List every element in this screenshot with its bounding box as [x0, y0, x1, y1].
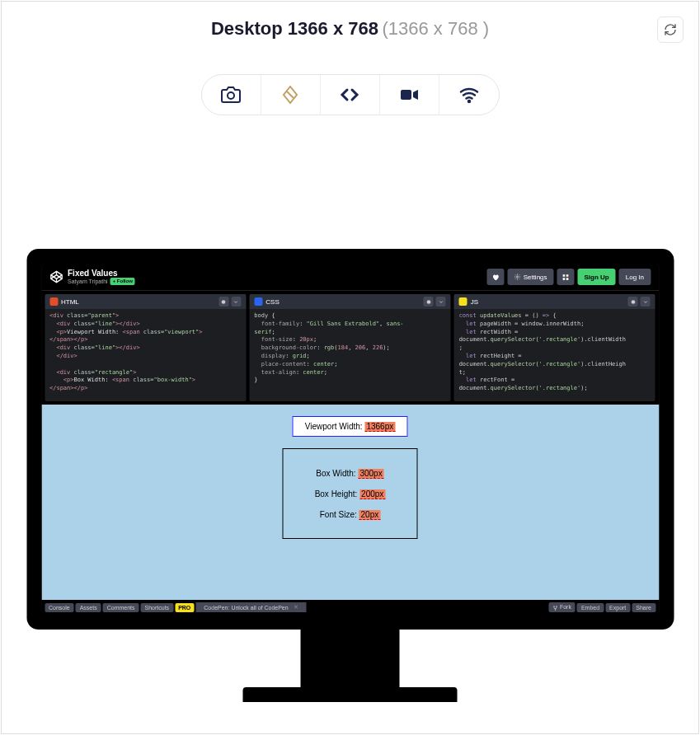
box-height-value: 200px [359, 489, 385, 499]
wifi-icon [458, 85, 480, 105]
login-label: Log In [626, 274, 644, 281]
svg-rect-13 [563, 274, 566, 277]
pro-badge[interactable]: PRO [175, 603, 194, 612]
export-button[interactable]: Export [605, 603, 630, 612]
heart-icon [492, 274, 500, 281]
settings-button[interactable]: Settings [508, 269, 554, 285]
codepen-footer: Console Assets Comments Shortcuts PRO Co… [41, 600, 659, 615]
monitor-base [243, 687, 458, 702]
svg-point-18 [426, 300, 430, 304]
css-badge-icon [254, 297, 262, 306]
rotate-button[interactable] [261, 75, 321, 115]
comments-tab[interactable]: Comments [103, 603, 139, 612]
pen-author[interactable]: Satyam Tripathi [68, 279, 108, 285]
signup-label: Sign Up [585, 274, 609, 281]
footer-left: Console Assets Comments Shortcuts PRO Co… [45, 602, 307, 612]
html-panel-header: HTML [45, 294, 246, 309]
gear-icon [514, 274, 521, 280]
css-code-editor[interactable]: body { font-family: "Gill Sans Extrabold… [249, 309, 450, 388]
css-dropdown-button[interactable] [436, 297, 446, 307]
codepen-header: Fixed Values Satyam Tripathi + Follow [41, 264, 659, 291]
svg-point-12 [517, 276, 519, 278]
viewport-width-label: Viewport Width: [305, 422, 365, 431]
html-panel: HTML <div class="parent [45, 294, 246, 401]
toolbar-inner [201, 74, 500, 115]
svg-rect-14 [566, 274, 569, 277]
box-width-value: 300px [358, 469, 383, 479]
fork-icon [553, 606, 558, 611]
login-button[interactable]: Log In [619, 269, 651, 285]
html-badge-icon [49, 297, 58, 306]
js-panel-header: JS [454, 294, 655, 309]
video-icon [398, 85, 420, 105]
editor-panels: HTML <div class="parent [41, 291, 659, 405]
monitor-frame: Fixed Values Satyam Tripathi + Follow [26, 249, 674, 630]
rotate-icon [280, 85, 300, 105]
network-button[interactable] [439, 75, 499, 115]
viewport-width-display: Viewport Width: 1366px [293, 416, 407, 437]
assets-tab[interactable]: Assets [76, 603, 101, 612]
view-button[interactable] [557, 269, 575, 285]
js-code-editor[interactable]: const updateValues = () => { let pageWid… [454, 309, 655, 396]
box-height-label: Box Height: [315, 489, 359, 499]
svg-point-21 [557, 606, 557, 606]
svg-rect-15 [563, 278, 566, 280]
preview-pane: Viewport Width: 1366px Box Width: 300px … [41, 405, 659, 600]
html-settings-button[interactable] [218, 297, 228, 307]
console-tab[interactable]: Console [45, 603, 74, 612]
promo-text: CodePen: Unlock all of CodePen [204, 605, 288, 611]
css-panel: CSS body { font-famil [249, 294, 450, 401]
follow-button[interactable]: + Follow [110, 278, 135, 285]
codepen-header-left: Fixed Values Satyam Tripathi + Follow [49, 269, 135, 285]
font-size-label: Font Size: [320, 510, 359, 519]
device-mockup: Fixed Values Satyam Tripathi + Follow [26, 249, 674, 702]
viewport-width-value: 1366px [364, 422, 395, 432]
svg-point-0 [228, 92, 234, 99]
record-button[interactable] [380, 75, 439, 115]
gear-icon [425, 299, 431, 305]
device-dimensions: (1366 x 768 ) [382, 18, 489, 39]
js-settings-button[interactable] [628, 297, 638, 307]
share-button[interactable]: Share [632, 603, 655, 612]
html-label: HTML [61, 298, 79, 306]
shortcuts-tab[interactable]: Shortcuts [141, 603, 174, 612]
js-badge-icon [459, 297, 467, 306]
refresh-button[interactable] [657, 16, 684, 43]
devtools-button[interactable] [321, 75, 380, 115]
css-settings-button[interactable] [424, 297, 434, 307]
gear-icon [630, 299, 636, 305]
screen-content: Fixed Values Satyam Tripathi + Follow [41, 264, 659, 615]
svg-point-22 [555, 609, 556, 610]
embed-button[interactable]: Embed [577, 603, 604, 612]
box-width-label: Box Width: [316, 469, 358, 478]
signup-button[interactable]: Sign Up [578, 269, 616, 285]
js-dropdown-button[interactable] [641, 297, 651, 307]
camera-icon [221, 85, 241, 105]
chevron-down-icon [438, 299, 444, 305]
footer-right: Fork Embed Export Share [549, 602, 655, 611]
close-icon[interactable]: ✕ [294, 604, 298, 611]
viewer-frame: Desktop 1366 x 768 (1366 x 768 ) [1, 1, 699, 734]
html-code-editor[interactable]: <div class="parent"> <div class="line"><… [45, 309, 246, 396]
css-panel-header: CSS [249, 294, 450, 309]
refresh-icon [664, 23, 677, 36]
svg-rect-2 [401, 90, 411, 100]
css-label: CSS [265, 298, 279, 306]
svg-point-19 [632, 300, 636, 304]
html-dropdown-button[interactable] [231, 297, 241, 307]
screenshot-button[interactable] [202, 75, 261, 115]
pen-title[interactable]: Fixed Values [68, 269, 135, 278]
codepen-header-right: Settings Sign Up Log In [487, 269, 651, 285]
svg-marker-3 [413, 90, 418, 100]
svg-line-1 [287, 91, 294, 98]
fork-button[interactable]: Fork [549, 602, 576, 611]
js-panel: JS const updateValues = [454, 294, 655, 401]
promo-banner[interactable]: CodePen: Unlock all of CodePen ✕ [195, 602, 306, 612]
codepen-logo-icon[interactable] [49, 270, 63, 283]
like-button[interactable] [487, 269, 505, 285]
svg-point-20 [554, 606, 555, 606]
svg-point-17 [222, 300, 226, 304]
svg-rect-16 [566, 278, 569, 280]
chevron-down-icon [642, 299, 648, 305]
chevron-down-icon [233, 299, 239, 305]
